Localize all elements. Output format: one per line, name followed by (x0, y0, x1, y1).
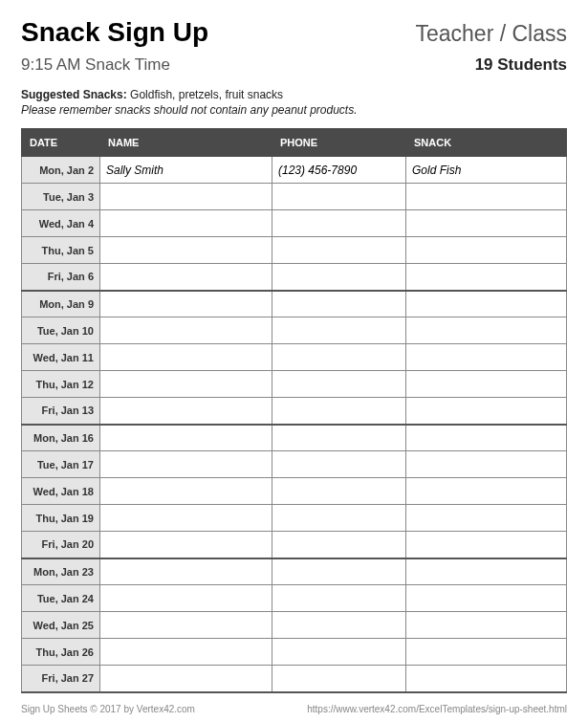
cell-name[interactable] (100, 425, 272, 451)
col-date: DATE (22, 129, 100, 157)
cell-date: Thu, Jan 5 (22, 237, 100, 264)
cell-snack[interactable] (406, 291, 567, 317)
cell-name[interactable] (100, 451, 272, 478)
table-row: Mon, Jan 23 (22, 558, 567, 585)
cell-name[interactable] (100, 505, 272, 532)
table-row: Thu, Jan 5 (22, 237, 567, 264)
cell-phone[interactable] (272, 505, 406, 532)
cell-phone[interactable] (272, 478, 406, 505)
cell-snack[interactable] (406, 398, 567, 425)
cell-snack[interactable] (406, 666, 567, 692)
cell-name[interactable] (100, 344, 272, 371)
suggested-snacks: Suggested Snacks: Goldfish, pretzels, fr… (21, 88, 567, 101)
cell-snack[interactable] (406, 344, 567, 371)
cell-phone[interactable] (272, 184, 406, 210)
cell-phone[interactable] (272, 585, 406, 612)
cell-date: Fri, Jan 27 (22, 666, 100, 692)
cell-snack[interactable] (406, 184, 567, 210)
cell-name[interactable] (100, 532, 272, 558)
cell-phone[interactable] (272, 317, 406, 344)
cell-snack[interactable] (406, 612, 567, 639)
cell-phone[interactable] (272, 210, 406, 237)
table-row: Mon, Jan 16 (22, 425, 567, 451)
cell-phone[interactable] (272, 639, 406, 666)
table-row: Tue, Jan 3 (22, 184, 567, 210)
cell-snack[interactable] (406, 237, 567, 264)
cell-phone[interactable] (272, 264, 406, 291)
cell-name[interactable] (100, 184, 272, 210)
cell-date: Mon, Jan 16 (22, 425, 100, 451)
cell-date: Fri, Jan 20 (22, 532, 100, 558)
cell-phone[interactable] (272, 425, 406, 451)
table-row: Mon, Jan 2Sally Smith(123) 456-7890Gold … (22, 157, 567, 184)
col-name: NAME (100, 129, 272, 157)
cell-date: Thu, Jan 26 (22, 639, 100, 666)
cell-date: Thu, Jan 12 (22, 371, 100, 398)
footer-copyright: Sign Up Sheets © 2017 by Vertex42.com (21, 704, 195, 714)
table-row: Fri, Jan 6 (22, 264, 567, 291)
cell-phone[interactable] (272, 451, 406, 478)
suggested-label: Suggested Snacks: (21, 88, 127, 101)
teacher-class: Teacher / Class (415, 21, 567, 47)
cell-phone[interactable] (272, 558, 406, 585)
table-row: Wed, Jan 18 (22, 478, 567, 505)
cell-date: Fri, Jan 13 (22, 398, 100, 425)
table-row: Thu, Jan 26 (22, 639, 567, 666)
table-row: Fri, Jan 13 (22, 398, 567, 425)
cell-date: Mon, Jan 2 (22, 157, 100, 184)
cell-name[interactable] (100, 264, 272, 291)
cell-name[interactable] (100, 398, 272, 425)
cell-snack[interactable] (406, 478, 567, 505)
cell-snack[interactable] (406, 558, 567, 585)
table-row: Wed, Jan 4 (22, 210, 567, 237)
cell-phone[interactable] (272, 237, 406, 264)
cell-date: Wed, Jan 18 (22, 478, 100, 505)
cell-name[interactable] (100, 371, 272, 398)
cell-phone[interactable] (272, 612, 406, 639)
cell-name[interactable] (100, 558, 272, 585)
cell-snack[interactable] (406, 425, 567, 451)
cell-snack[interactable] (406, 210, 567, 237)
cell-phone[interactable] (272, 532, 406, 558)
table-row: Wed, Jan 25 (22, 612, 567, 639)
cell-name[interactable] (100, 585, 272, 612)
cell-name[interactable] (100, 317, 272, 344)
cell-name[interactable] (100, 666, 272, 692)
cell-name[interactable] (100, 478, 272, 505)
cell-phone[interactable] (272, 398, 406, 425)
cell-snack[interactable] (406, 639, 567, 666)
cell-phone[interactable]: (123) 456-7890 (272, 157, 406, 184)
cell-snack[interactable]: Gold Fish (406, 157, 567, 184)
cell-name[interactable] (100, 639, 272, 666)
table-row: Fri, Jan 20 (22, 532, 567, 558)
cell-phone[interactable] (272, 344, 406, 371)
table-row: Tue, Jan 10 (22, 317, 567, 344)
table-row: Wed, Jan 11 (22, 344, 567, 371)
cell-date: Mon, Jan 9 (22, 291, 100, 317)
cell-name[interactable]: Sally Smith (100, 157, 272, 184)
cell-snack[interactable] (406, 532, 567, 558)
cell-snack[interactable] (406, 264, 567, 291)
cell-phone[interactable] (272, 371, 406, 398)
cell-snack[interactable] (406, 585, 567, 612)
snack-time: 9:15 AM Snack Time (21, 55, 170, 75)
table-row: Fri, Jan 27 (22, 666, 567, 692)
table-row: Tue, Jan 17 (22, 451, 567, 478)
cell-snack[interactable] (406, 505, 567, 532)
table-row: Thu, Jan 19 (22, 505, 567, 532)
suggested-value: Goldfish, pretzels, fruit snacks (130, 88, 283, 101)
cell-date: Tue, Jan 17 (22, 451, 100, 478)
cell-date: Wed, Jan 25 (22, 612, 100, 639)
signup-table: DATE NAME PHONE SNACK Mon, Jan 2Sally Sm… (21, 128, 567, 693)
cell-name[interactable] (100, 612, 272, 639)
cell-name[interactable] (100, 237, 272, 264)
cell-snack[interactable] (406, 317, 567, 344)
cell-snack[interactable] (406, 451, 567, 478)
cell-name[interactable] (100, 210, 272, 237)
cell-phone[interactable] (272, 291, 406, 317)
cell-name[interactable] (100, 291, 272, 317)
table-row: Thu, Jan 12 (22, 371, 567, 398)
cell-snack[interactable] (406, 371, 567, 398)
cell-phone[interactable] (272, 666, 406, 692)
col-snack: SNACK (406, 129, 567, 157)
